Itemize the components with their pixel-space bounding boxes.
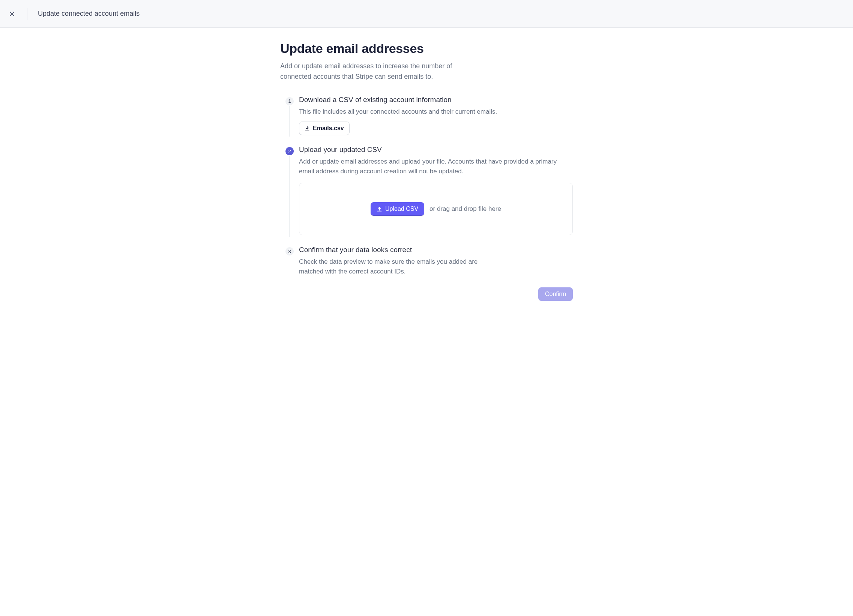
step-connector-line	[290, 106, 290, 137]
step-body: Upload your updated CSV Add or update em…	[299, 146, 573, 235]
step-number-badge: 2	[285, 147, 294, 155]
download-csv-label: Emails.csv	[313, 125, 344, 132]
steps-list: 1 Download a CSV of existing account inf…	[280, 96, 573, 276]
upload-icon	[376, 206, 382, 212]
upload-csv-button[interactable]: Upload CSV	[370, 202, 424, 216]
step-title: Confirm that your data looks correct	[299, 246, 573, 254]
step-description: This file includes all your connected ac…	[299, 107, 569, 117]
topbar-title: Update connected account emails	[38, 10, 140, 18]
step-number-badge: 1	[285, 97, 294, 105]
close-icon	[9, 11, 15, 17]
step-description: Add or update email addresses and upload…	[299, 157, 569, 176]
step-title: Download a CSV of existing account infor…	[299, 96, 573, 104]
step-number-badge: 3	[285, 247, 294, 255]
step-3: 3 Confirm that your data looks correct C…	[280, 246, 573, 276]
vertical-divider	[27, 8, 27, 20]
close-button[interactable]	[8, 9, 17, 18]
page-subtitle: Add or update email addresses to increas…	[280, 61, 468, 82]
step-2: 2 Upload your updated CSV Add or update …	[280, 146, 573, 246]
step-title: Upload your updated CSV	[299, 146, 573, 154]
step-body: Confirm that your data looks correct Che…	[299, 246, 573, 276]
main-content: Update email addresses Add or update ema…	[280, 28, 573, 316]
footer-row: Confirm	[280, 287, 573, 301]
step-marker-col: 2	[280, 146, 299, 235]
download-csv-button[interactable]: Emails.csv	[299, 121, 350, 135]
step-marker-col: 1	[280, 96, 299, 135]
step-body: Download a CSV of existing account infor…	[299, 96, 573, 135]
upload-dropzone[interactable]: Upload CSV or drag and drop file here	[299, 183, 573, 235]
drop-hint-text: or drag and drop file here	[430, 205, 501, 213]
step-connector-line	[290, 156, 290, 237]
step-1: 1 Download a CSV of existing account inf…	[280, 96, 573, 146]
topbar: Update connected account emails	[0, 0, 853, 28]
page-title: Update email addresses	[280, 41, 573, 56]
upload-csv-label: Upload CSV	[385, 206, 418, 212]
download-icon	[305, 126, 310, 131]
step-marker-col: 3	[280, 246, 299, 276]
step-description: Check the data preview to make sure the …	[299, 257, 501, 276]
confirm-button[interactable]: Confirm	[538, 287, 573, 301]
